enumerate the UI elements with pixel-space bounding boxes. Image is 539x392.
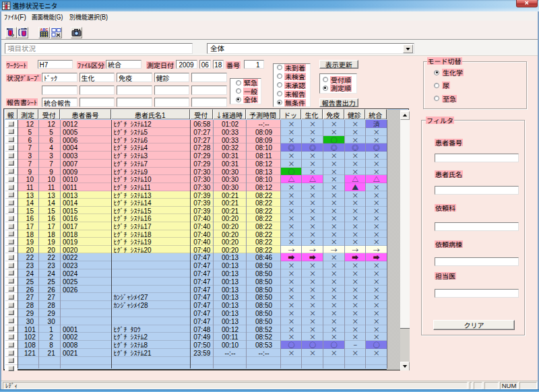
svg-text:C: C [46, 28, 49, 32]
